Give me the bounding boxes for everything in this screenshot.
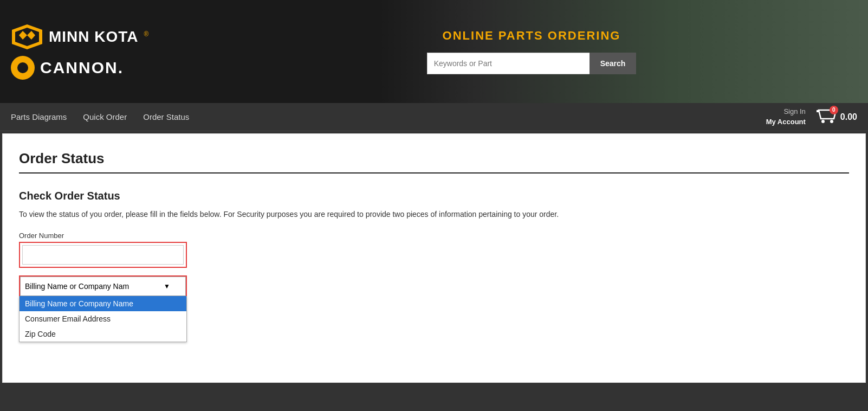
order-number-wrapper xyxy=(19,242,187,268)
navbar-right: Sign In My Account 0 0.00 xyxy=(766,107,857,126)
cart-badge: 0 xyxy=(830,106,838,114)
search-bar: Search xyxy=(427,53,637,74)
nav-parts-diagrams[interactable]: Parts Diagrams xyxy=(11,112,67,121)
order-form: Order Number Billing Name or Company Nam… xyxy=(19,232,214,332)
cart-amount: 0.00 xyxy=(840,112,857,122)
page-title: Order Status xyxy=(19,150,849,174)
order-number-input[interactable] xyxy=(22,245,184,265)
my-account-link[interactable]: My Account xyxy=(766,117,806,127)
svg-point-5 xyxy=(821,120,825,123)
minnkota-icon xyxy=(11,23,43,50)
site-title: ONLINE PARTS ORDERING xyxy=(443,29,621,43)
svg-point-6 xyxy=(830,120,833,123)
cannon-logo-text: CANNON. xyxy=(40,59,124,77)
dropdown-selected-label: Billing Name or Company Nam xyxy=(25,282,129,291)
nav-quick-order[interactable]: Quick Order xyxy=(83,112,127,121)
dropdown-option-zip[interactable]: Zip Code xyxy=(20,326,186,342)
nav-links: Parts Diagrams Quick Order Order Status xyxy=(11,112,189,121)
header-logos: MINN KOTA ® CANNON. xyxy=(11,23,206,80)
search-button[interactable]: Search xyxy=(590,53,637,74)
dropdown-group: Billing Name or Company Nam ▼ Billing Na… xyxy=(19,275,214,297)
cart-section[interactable]: 0 0.00 xyxy=(817,108,857,126)
description-text: To view the status of you order, please … xyxy=(19,210,849,219)
nav-order-status[interactable]: Order Status xyxy=(143,112,189,121)
dropdown-option-billing[interactable]: Billing Name or Company Name xyxy=(20,296,186,311)
dropdown-list: Billing Name or Company Name Consumer Em… xyxy=(19,296,187,342)
dropdown-option-email[interactable]: Consumer Email Address xyxy=(20,311,186,326)
cannon-circle-icon xyxy=(11,56,35,80)
chevron-down-icon: ▼ xyxy=(164,282,170,290)
dropdown-trigger[interactable]: Billing Name or Company Nam ▼ xyxy=(20,277,186,296)
sign-in-section: Sign In My Account xyxy=(766,107,806,126)
section-title: Check Order Status xyxy=(19,190,849,202)
search-input[interactable] xyxy=(427,53,590,74)
header-center: ONLINE PARTS ORDERING Search xyxy=(206,29,857,74)
order-number-label: Order Number xyxy=(19,232,214,240)
site-header: MINN KOTA ® CANNON. ONLINE PARTS ORDERIN… xyxy=(0,0,868,103)
cannon-inner-circle xyxy=(17,62,28,73)
minnkota-logo: MINN KOTA ® xyxy=(11,23,206,50)
cart-icon-wrap: 0 xyxy=(817,108,836,126)
main-content: Order Status Check Order Status To view … xyxy=(2,133,866,383)
sign-in-link[interactable]: Sign In xyxy=(766,107,806,117)
billing-type-dropdown[interactable]: Billing Name or Company Nam ▼ Billing Na… xyxy=(19,275,187,297)
cannon-logo: CANNON. xyxy=(11,56,206,80)
minnkota-logo-text: MINN KOTA xyxy=(49,28,139,46)
navbar: Parts Diagrams Quick Order Order Status … xyxy=(0,103,868,131)
order-number-group: Order Number xyxy=(19,232,214,268)
